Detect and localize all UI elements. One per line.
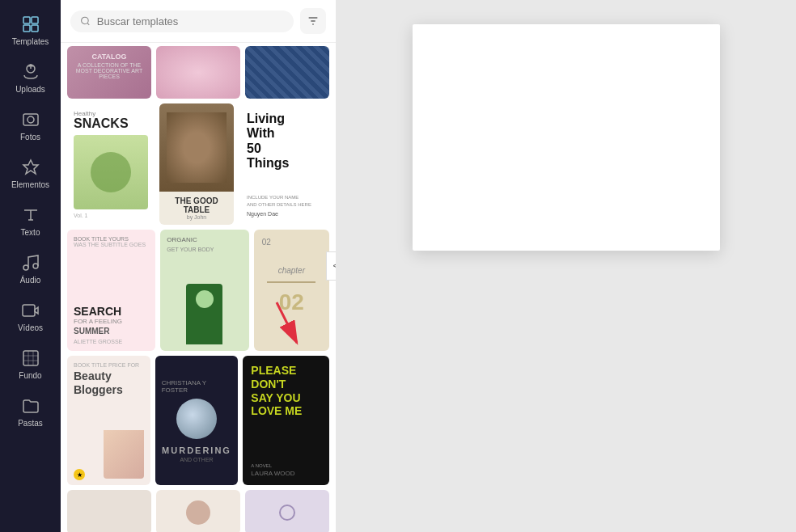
texto-icon	[21, 205, 40, 225]
template-card-beige-02[interactable]: 02 chapter 02	[254, 230, 329, 351]
svg-rect-1	[32, 17, 38, 23]
filter-icon	[307, 15, 320, 27]
template-card-snacks[interactable]: Healthy SNACKS Vol. 1	[67, 103, 155, 225]
svg-line-14	[87, 23, 89, 24]
sidebar-item-fundo-label: Fundo	[19, 371, 41, 380]
search-input-wrap[interactable]	[70, 11, 294, 32]
template-card-bottom-3[interactable]	[245, 490, 329, 532]
template-card-bottom-1[interactable]	[67, 490, 151, 532]
fundo-icon	[21, 348, 40, 368]
sidebar-item-elementos[interactable]: Elementos	[0, 150, 61, 197]
template-row-3: BOOK TITLE YOURS WAS THE SUBTITLE GOES S…	[67, 230, 329, 351]
sidebar-item-fotos[interactable]: Fotos	[0, 102, 61, 150]
sidebar-item-templates-label: Templates	[12, 37, 49, 46]
template-card-search-summer[interactable]: BOOK TITLE YOURS WAS THE SUBTITLE GOES S…	[67, 230, 155, 351]
templates-icon	[21, 15, 40, 34]
pastas-icon	[21, 396, 40, 416]
svg-point-13	[82, 17, 89, 24]
template-card-beauty-bloggers[interactable]: BOOK TITLE PRICE FOR BeautyBloggers ★	[67, 356, 150, 485]
template-card-bottom-2[interactable]	[156, 490, 240, 532]
sidebar-item-elementos-label: Elementos	[11, 180, 49, 189]
sidebar-item-templates[interactable]: Templates	[0, 6, 61, 54]
sidebar-item-fundo[interactable]: Fundo	[0, 340, 61, 388]
sidebar-item-videos-label: Vídeos	[18, 323, 43, 332]
svg-rect-10	[23, 305, 35, 316]
audio-icon	[21, 253, 40, 272]
svg-rect-5	[23, 114, 38, 125]
template-row-4: BOOK TITLE PRICE FOR BeautyBloggers ★ CH…	[67, 356, 329, 485]
sidebar-item-audio-label: Áudio	[20, 276, 41, 285]
template-row-5	[67, 490, 329, 532]
svg-rect-12	[23, 351, 38, 365]
svg-rect-0	[23, 17, 30, 23]
fotos-icon	[21, 110, 40, 129]
template-card-catalog[interactable]: CATALOG A COLLECTION OF THE MOST DECORAT…	[67, 46, 151, 99]
template-card-navy-pattern[interactable]	[245, 46, 329, 99]
canvas-area	[336, 0, 796, 532]
videos-icon	[21, 301, 40, 320]
search-icon	[80, 15, 91, 27]
template-card-pink-floral[interactable]	[156, 46, 240, 99]
sidebar: Templates Uploads Fotos Elementos Texto	[0, 0, 61, 532]
sidebar-item-uploads-label: Uploads	[15, 85, 45, 94]
templates-panel: CATALOG A COLLECTION OF THE MOST DECORAT…	[61, 0, 336, 532]
sidebar-item-texto-label: Texto	[21, 228, 40, 237]
red-arrow-icon	[265, 298, 313, 351]
template-card-good-table[interactable]: THE GOOD TABLE by John	[159, 103, 234, 225]
living-title: LivingWith50Things	[247, 112, 321, 171]
template-card-please[interactable]: PLEASEDON'TSAY YOULOVE ME A NOVEL LAURA …	[243, 356, 329, 485]
chevron-left-icon: <	[332, 260, 336, 272]
sidebar-item-audio[interactable]: Áudio	[0, 245, 61, 293]
svg-point-9	[33, 264, 38, 268]
svg-rect-2	[23, 25, 30, 32]
svg-line-19	[277, 302, 297, 343]
svg-rect-3	[32, 25, 38, 32]
templates-grid: CATALOG A COLLECTION OF THE MOST DECORAT…	[61, 43, 336, 532]
template-row-1: CATALOG A COLLECTION OF THE MOST DECORAT…	[67, 46, 329, 99]
uploads-icon	[21, 62, 40, 82]
sidebar-item-texto[interactable]: Texto	[0, 197, 61, 245]
template-card-murdering[interactable]: CHRISTIANA Y FOSTER MURDERING AND OTHER	[155, 356, 239, 485]
svg-marker-7	[23, 160, 38, 174]
sidebar-item-videos[interactable]: Vídeos	[0, 293, 61, 340]
canvas-page[interactable]	[413, 24, 720, 251]
template-row-2: Healthy SNACKS Vol. 1 THE GOOD TABLE by …	[67, 103, 329, 225]
sidebar-item-pastas-label: Pastas	[18, 419, 43, 428]
search-bar	[61, 0, 336, 43]
elementos-icon	[21, 158, 40, 177]
sidebar-item-fotos-label: Fotos	[20, 133, 40, 141]
sidebar-item-pastas[interactable]: Pastas	[0, 388, 61, 436]
search-input[interactable]	[97, 15, 284, 27]
template-card-living[interactable]: LivingWith50Things INCLUDE YOUR NAMEAND …	[239, 103, 329, 225]
template-card-organic[interactable]: ORGANIC GET YOUR BODY	[160, 230, 248, 351]
svg-point-6	[28, 116, 34, 123]
panel-collapse-button[interactable]: <	[326, 251, 336, 281]
svg-point-8	[23, 265, 28, 270]
sidebar-item-uploads[interactable]: Uploads	[0, 54, 61, 102]
filter-button[interactable]	[300, 8, 326, 34]
